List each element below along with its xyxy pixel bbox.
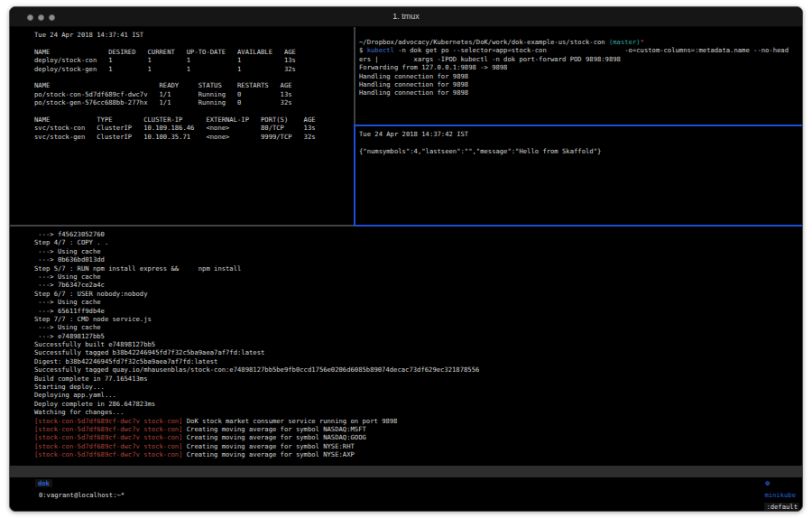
terminal-line: Digest: b38b42246945fd7f32c5ba9aea7af7fd… [34,357,802,365]
terminal-window: 1. tmux Tue 24 Apr 2018 14:37:41 ISTNAME… [9,6,803,512]
pane-divider-horizontal-right[interactable] [354,125,802,126]
terminal-line: NAME TYPE CLUSTER-IP EXTERNAL-IP PORT(S)… [34,116,354,124]
status-bar-right: ☸ minikube :default [741,466,799,512]
terminal-line: po/stock-gen-576cc688bb-277hx 1/1 Runnin… [34,98,354,106]
pane-skaffold-build-log[interactable]: ---> f45623052760Step 4/7 : COPY . . ---… [10,227,802,472]
pane-service-response[interactable]: Tue 24 Apr 2018 14:37:42 IST{"numsymbols… [355,126,802,225]
terminal-line: Step 5/7 : RUN npm install express && np… [34,264,802,273]
tmux-window-item[interactable]: 0:vagrant@localhost:~* [35,491,125,499]
window-title: 1. tmux [10,7,802,26]
terminal-line [34,73,354,81]
kube-helm-icon: ☸ [764,479,772,487]
terminal-line: Tue 24 Apr 2018 14:37:42 IST [359,130,802,138]
kube-context-label: minikube [764,491,796,499]
terminal-line: [stock-con-5d7df689cf-dwc7v stock-con] C… [34,442,802,450]
pane-divider-horizontal-right-active[interactable] [354,225,802,227]
terminal-line [359,138,802,146]
terminal-line: deploy/stock-gen 1 1 1 1 32s [34,65,354,73]
terminal-line: NAME READY STATUS RESTARTS AGE [34,81,354,89]
zoom-button[interactable] [49,14,55,21]
terminal-line: ers | xargs -IPOD kubectl -n dok port-fo… [359,55,802,63]
status-bar-left: dok 0:vagrant@localhost:~* [12,466,125,512]
terminal-line: NAME DESIRED CURRENT UP-TO-DATE AVAILABL… [34,48,354,56]
terminal-line: po/stock-con-5d7df689cf-dwc7v 1/1 Runnin… [34,90,354,98]
terminal-line: [stock-con-5d7df689cf-dwc7v stock-con] D… [34,417,802,425]
kube-namespace-label: :default [764,503,799,511]
close-button[interactable] [27,14,33,21]
terminal-line: Handling connection for 9898 [359,72,802,80]
terminal-line: ---> Using cache [34,273,802,281]
terminal-line: deploy/stock-con 1 1 1 1 13s [34,56,354,64]
terminal-line: Handling connection for 9898 [359,80,802,88]
minimize-button[interactable] [38,14,44,21]
terminal-line: {"numsymbols":4,"lastseen":"","message":… [359,147,802,155]
pane-divider-vertical-bottom[interactable] [354,125,355,226]
terminal-line [34,107,354,116]
tmux-status-bar: dok 0:vagrant@localhost:~* ☸ minikube :d… [10,466,802,477]
terminal-line: Successfully built e74898127bb5 [34,340,802,348]
terminal-line: Tue 24 Apr 2018 14:37:41 IST [34,31,354,39]
terminal-line: ---> Using cache [34,247,802,255]
terminal-line: Watching for changes... [34,408,802,416]
terminal-line: Step 4/7 : COPY . . [34,238,802,246]
terminal-line: ---> 65611ff9db4e [34,307,802,315]
terminal-line: [stock-con-5d7df689cf-dwc7v stock-con] C… [34,433,802,441]
terminal-line: ---> 7b6347ce2a4c [34,281,802,289]
terminal-line: Starting deploy... [34,383,802,391]
terminal-line: ---> f45623052760 [34,230,802,238]
terminal-line: svc/stock-con ClusterIP 10.109.186.46 <n… [34,124,354,132]
pane-divider-horizontal-left[interactable] [10,225,354,227]
terminal-line: Step 7/7 : CMD node service.js [34,315,802,323]
terminal-line: ---> 0b636bd013dd [34,255,802,264]
pane-kubectl-resources[interactable]: Tue 24 Apr 2018 14:37:41 ISTNAME DESIRED… [10,27,354,225]
terminal-line: [stock-con-5d7df689cf-dwc7v stock-con] C… [34,425,802,433]
terminal-line: Forwarding from 127.0.0.1:9898 -> 9898 [359,63,802,71]
terminal-line: ---> Using cache [34,323,802,331]
terminal-line: Build complete in 77.165413ms [34,375,802,383]
terminal-line [34,39,354,47]
terminal-line: Handling connection for 9898 [359,88,802,97]
terminal-line: [stock-con-5d7df689cf-dwc7v stock-con] C… [34,450,802,458]
pane-port-forward[interactable]: ~/Dropbox/advocacy/Kubernetes/DoK/work/d… [355,27,802,125]
terminal-content: Tue 24 Apr 2018 14:37:41 ISTNAME DESIRED… [10,27,802,512]
pane-divider-vertical-top[interactable] [354,27,355,125]
terminal-line: svc/stock-gen ClusterIP 10.100.35.71 <no… [34,133,354,141]
terminal-line: Deploy complete in 286.647823ms [34,400,802,408]
window-controls [27,14,55,21]
terminal-line: Successfully tagged quay.io/mhausenblas/… [34,365,802,374]
terminal-line: Successfully tagged b38b42246945fd7f32c5… [34,348,802,356]
terminal-line: Step 6/7 : USER nobody:nobody [34,290,802,298]
terminal-line: $ kubectl -n dok get po --selector=app=s… [359,46,802,54]
terminal-line: Deploying app.yaml... [34,391,802,399]
terminal-line: ---> Using cache [34,298,802,306]
terminal-line: ---> e74898127bb5 [34,332,802,340]
tmux-session-name[interactable]: dok [35,479,52,487]
terminal-line: ~/Dropbox/advocacy/Kubernetes/DoK/work/d… [359,38,802,46]
window-titlebar: 1. tmux [10,7,802,27]
